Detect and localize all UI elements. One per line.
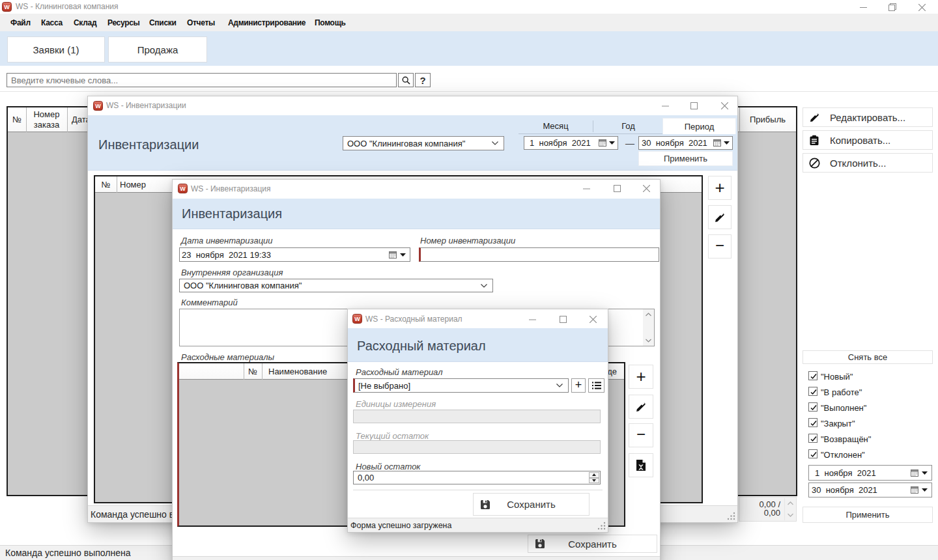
check-icon	[810, 388, 817, 396]
tab-requests[interactable]: Заявки (1)	[7, 36, 105, 63]
maximize-button[interactable]	[552, 312, 574, 326]
filter-inwork[interactable]: "В работе"	[808, 387, 932, 397]
tab-requests-label: Заявки (1)	[33, 44, 79, 55]
calendar-icon	[911, 469, 918, 477]
close-button[interactable]	[713, 98, 735, 113]
menu-cash[interactable]: Касса	[41, 14, 63, 31]
remove-material-button[interactable]: −	[629, 423, 653, 447]
totals-box: 0,00 / 0,00	[739, 497, 797, 522]
menu-warehouse[interactable]: Склад	[74, 14, 96, 31]
edit-row-button[interactable]	[708, 205, 732, 229]
material-combo[interactable]: [Не выбрано]	[353, 378, 569, 393]
restore-button[interactable]	[881, 0, 903, 14]
scroll-up-icon	[646, 313, 651, 316]
period-from-picker[interactable]: 1 ноября 2021	[808, 465, 932, 481]
checkbox-new[interactable]	[808, 371, 817, 380]
totals-scrollbar[interactable]	[784, 498, 795, 520]
org-combo[interactable]: ООО "Клининговая компания"	[179, 279, 493, 292]
comment-scrollbar[interactable]	[643, 309, 654, 346]
add-button[interactable]: +	[708, 176, 732, 200]
spin-up-icon[interactable]	[589, 472, 599, 478]
content-divider	[0, 91, 938, 92]
checkbox-inwork[interactable]	[808, 387, 817, 396]
spin-down-icon[interactable]	[589, 478, 599, 484]
maximize-button[interactable]	[606, 181, 628, 195]
inv-apply-button[interactable]: Применить	[638, 151, 733, 166]
resize-grip-icon[interactable]	[727, 512, 735, 520]
save-material-button[interactable]: Сохранить	[473, 493, 590, 516]
period-from-calendar[interactable]	[911, 466, 928, 480]
apply-button-main[interactable]: Применить	[803, 507, 933, 523]
col-order-number[interactable]: Номер заказа	[26, 107, 67, 132]
number-spinner[interactable]	[589, 472, 599, 483]
period-to-picker[interactable]: 30 ноября 2021	[808, 483, 932, 497]
filter-closed[interactable]: "Закрыт"	[808, 418, 932, 428]
col-number[interactable]: №	[95, 176, 117, 192]
resize-grip-icon[interactable]	[597, 522, 606, 530]
period-to-calendar[interactable]	[911, 483, 928, 497]
maximize-button[interactable]	[683, 98, 705, 113]
copy-button[interactable]: Копировать...	[803, 130, 933, 150]
inv-date-to-picker[interactable]: 30 ноября 2021	[638, 136, 733, 150]
tab-year[interactable]: Год	[593, 119, 664, 133]
edit-button[interactable]: Редактировать...	[803, 107, 933, 127]
close-button[interactable]	[635, 181, 657, 195]
list-material-button[interactable]	[588, 378, 604, 393]
tab-period[interactable]: Период	[662, 118, 736, 134]
inventory-date-picker[interactable]: 23 ноября 2021 19:33	[179, 247, 410, 262]
tab-sales[interactable]: Продажа	[108, 36, 207, 63]
inv-from-calendar[interactable]	[599, 137, 615, 149]
col-number[interactable]: №	[8, 107, 26, 132]
checkbox-declined[interactable]	[808, 449, 817, 458]
tab-month[interactable]: Месяц	[519, 119, 593, 133]
minimize-button[interactable]	[575, 181, 597, 195]
checkbox-closed[interactable]	[808, 418, 817, 427]
col-profit[interactable]: Прибыль	[739, 107, 796, 132]
new-input[interactable]: 0,00	[353, 471, 601, 484]
period-dash: —	[623, 136, 636, 150]
calendar-icon	[599, 139, 606, 147]
inventory-number-input[interactable]	[419, 247, 659, 262]
material-dialog: WS - Расходный материал Расходный матери…	[347, 309, 608, 533]
inv-date-from-picker[interactable]: 1 ноября 2021	[524, 136, 618, 150]
inv-date-from-value: 1 ноября 2021	[530, 137, 591, 149]
tab-sales-label: Продажа	[137, 44, 178, 55]
remove-button[interactable]: −	[708, 234, 732, 259]
inv-to-calendar[interactable]	[713, 137, 730, 149]
window-logo-icon	[178, 184, 188, 193]
filter-done[interactable]: "Выполнен"	[808, 402, 932, 413]
checkbox-done[interactable]	[808, 402, 817, 412]
col-rowheader[interactable]	[179, 363, 244, 379]
add-material-ref-button[interactable]: +	[571, 378, 586, 393]
dropdown-icon	[724, 141, 730, 145]
close-button[interactable]	[582, 312, 604, 326]
menu-help[interactable]: Помощь	[315, 14, 346, 31]
search-input[interactable]	[7, 73, 397, 87]
inventory-date-calendar[interactable]	[389, 248, 406, 261]
clear-all-button[interactable]: Снять все	[803, 350, 933, 364]
minimize-button[interactable]	[521, 312, 543, 326]
checkbox-returned[interactable]	[808, 434, 817, 443]
close-button[interactable]	[911, 0, 933, 14]
filter-declined[interactable]: "Отклонен"	[808, 449, 932, 460]
new-value: 0,00	[358, 471, 374, 484]
organization-combo[interactable]: ООО "Клининговая компания"	[343, 136, 504, 150]
decline-button[interactable]: Отклонить...	[803, 153, 933, 173]
inv-date-to-value: 30 ноября 2021	[642, 137, 707, 149]
menu-resources[interactable]: Ресурсы	[107, 14, 140, 31]
menu-administration[interactable]: Администрирование	[228, 14, 306, 31]
minimize-button[interactable]	[852, 0, 874, 14]
menu-lists[interactable]: Списки	[149, 14, 177, 31]
minimize-button[interactable]	[654, 98, 676, 113]
add-material-button[interactable]: +	[629, 365, 653, 389]
help-button[interactable]: ?	[415, 73, 431, 87]
save-inventory-button[interactable]: Сохранить	[528, 535, 657, 553]
export-file-button[interactable]	[629, 453, 653, 477]
filter-new[interactable]: "Новый"	[808, 371, 932, 382]
menu-file[interactable]: Файл	[10, 14, 31, 31]
edit-material-button[interactable]	[629, 395, 653, 419]
menu-reports[interactable]: Отчеты	[187, 14, 215, 31]
filter-returned[interactable]: "Возвращён"	[808, 434, 932, 444]
col-number[interactable]: №	[244, 363, 262, 379]
search-button[interactable]	[398, 73, 414, 87]
